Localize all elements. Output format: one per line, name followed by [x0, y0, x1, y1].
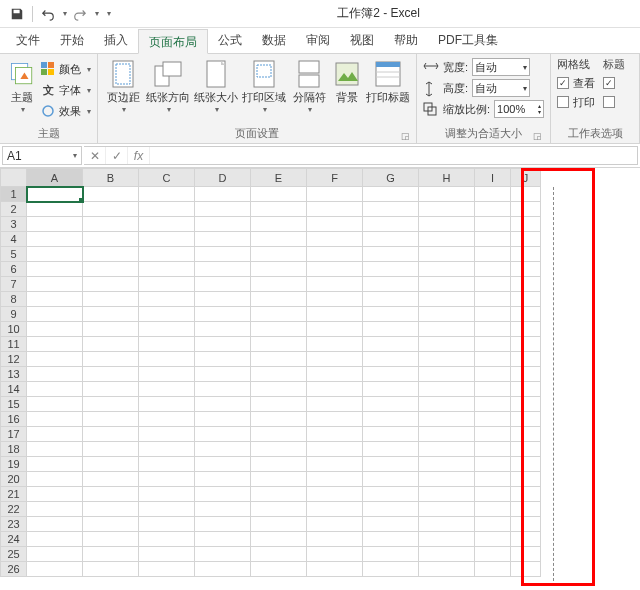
cell-F4[interactable] [307, 232, 363, 247]
cell-A24[interactable] [27, 532, 83, 547]
redo-icon[interactable] [69, 3, 91, 25]
row-header-17[interactable]: 17 [1, 427, 27, 442]
tab-view[interactable]: 视图 [340, 28, 384, 53]
cell-D2[interactable] [195, 202, 251, 217]
cell-E12[interactable] [251, 352, 307, 367]
cell-I22[interactable] [475, 502, 511, 517]
cell-C2[interactable] [139, 202, 195, 217]
cell-B12[interactable] [83, 352, 139, 367]
cell-J24[interactable] [511, 532, 541, 547]
cell-G3[interactable] [363, 217, 419, 232]
row-header-18[interactable]: 18 [1, 442, 27, 457]
cell-A7[interactable] [27, 277, 83, 292]
cell-B3[interactable] [83, 217, 139, 232]
cell-J10[interactable] [511, 322, 541, 337]
cell-H12[interactable] [419, 352, 475, 367]
select-all-corner[interactable] [1, 169, 27, 187]
cell-F7[interactable] [307, 277, 363, 292]
cell-H18[interactable] [419, 442, 475, 457]
cell-C5[interactable] [139, 247, 195, 262]
cell-D17[interactable] [195, 427, 251, 442]
cell-C18[interactable] [139, 442, 195, 457]
cell-D9[interactable] [195, 307, 251, 322]
row-header-1[interactable]: 1 [1, 187, 27, 202]
cell-J15[interactable] [511, 397, 541, 412]
cell-F15[interactable] [307, 397, 363, 412]
cell-G8[interactable] [363, 292, 419, 307]
cell-C12[interactable] [139, 352, 195, 367]
undo-dropdown-icon[interactable]: ▾ [63, 9, 67, 18]
cell-H25[interactable] [419, 547, 475, 562]
cell-A13[interactable] [27, 367, 83, 382]
cell-F21[interactable] [307, 487, 363, 502]
cell-F16[interactable] [307, 412, 363, 427]
row-header-23[interactable]: 23 [1, 517, 27, 532]
cell-J4[interactable] [511, 232, 541, 247]
cell-H7[interactable] [419, 277, 475, 292]
cell-J2[interactable] [511, 202, 541, 217]
col-header-A[interactable]: A [27, 169, 83, 187]
cell-H21[interactable] [419, 487, 475, 502]
cell-B5[interactable] [83, 247, 139, 262]
cell-D11[interactable] [195, 337, 251, 352]
cell-F11[interactable] [307, 337, 363, 352]
cell-B4[interactable] [83, 232, 139, 247]
tab-file[interactable]: 文件 [6, 28, 50, 53]
cell-I4[interactable] [475, 232, 511, 247]
cell-G13[interactable] [363, 367, 419, 382]
cell-E4[interactable] [251, 232, 307, 247]
col-header-E[interactable]: E [251, 169, 307, 187]
cell-A23[interactable] [27, 517, 83, 532]
cell-B1[interactable] [83, 187, 139, 202]
cell-F9[interactable] [307, 307, 363, 322]
cell-F20[interactable] [307, 472, 363, 487]
cell-F8[interactable] [307, 292, 363, 307]
row-header-2[interactable]: 2 [1, 202, 27, 217]
cell-H5[interactable] [419, 247, 475, 262]
cell-D20[interactable] [195, 472, 251, 487]
cell-E10[interactable] [251, 322, 307, 337]
cell-E2[interactable] [251, 202, 307, 217]
cell-H2[interactable] [419, 202, 475, 217]
cell-G17[interactable] [363, 427, 419, 442]
cell-D24[interactable] [195, 532, 251, 547]
cell-G21[interactable] [363, 487, 419, 502]
cell-J25[interactable] [511, 547, 541, 562]
cell-I21[interactable] [475, 487, 511, 502]
cell-B25[interactable] [83, 547, 139, 562]
row-header-24[interactable]: 24 [1, 532, 27, 547]
cell-A5[interactable] [27, 247, 83, 262]
cell-C4[interactable] [139, 232, 195, 247]
cell-J18[interactable] [511, 442, 541, 457]
tab-review[interactable]: 审阅 [296, 28, 340, 53]
cell-A22[interactable] [27, 502, 83, 517]
cell-A18[interactable] [27, 442, 83, 457]
cell-A10[interactable] [27, 322, 83, 337]
col-header-F[interactable]: F [307, 169, 363, 187]
cell-J6[interactable] [511, 262, 541, 277]
cell-D5[interactable] [195, 247, 251, 262]
cell-J7[interactable] [511, 277, 541, 292]
cell-H11[interactable] [419, 337, 475, 352]
cell-D23[interactable] [195, 517, 251, 532]
col-header-I[interactable]: I [475, 169, 511, 187]
cell-A2[interactable] [27, 202, 83, 217]
cell-A16[interactable] [27, 412, 83, 427]
cell-F1[interactable] [307, 187, 363, 202]
cell-E24[interactable] [251, 532, 307, 547]
cell-E7[interactable] [251, 277, 307, 292]
cell-G6[interactable] [363, 262, 419, 277]
cell-B7[interactable] [83, 277, 139, 292]
cell-D21[interactable] [195, 487, 251, 502]
row-header-20[interactable]: 20 [1, 472, 27, 487]
cell-B13[interactable] [83, 367, 139, 382]
cell-A15[interactable] [27, 397, 83, 412]
cell-D25[interactable] [195, 547, 251, 562]
row-header-26[interactable]: 26 [1, 562, 27, 577]
cell-B18[interactable] [83, 442, 139, 457]
cell-E15[interactable] [251, 397, 307, 412]
cell-I7[interactable] [475, 277, 511, 292]
cell-G18[interactable] [363, 442, 419, 457]
cell-G9[interactable] [363, 307, 419, 322]
cell-C8[interactable] [139, 292, 195, 307]
